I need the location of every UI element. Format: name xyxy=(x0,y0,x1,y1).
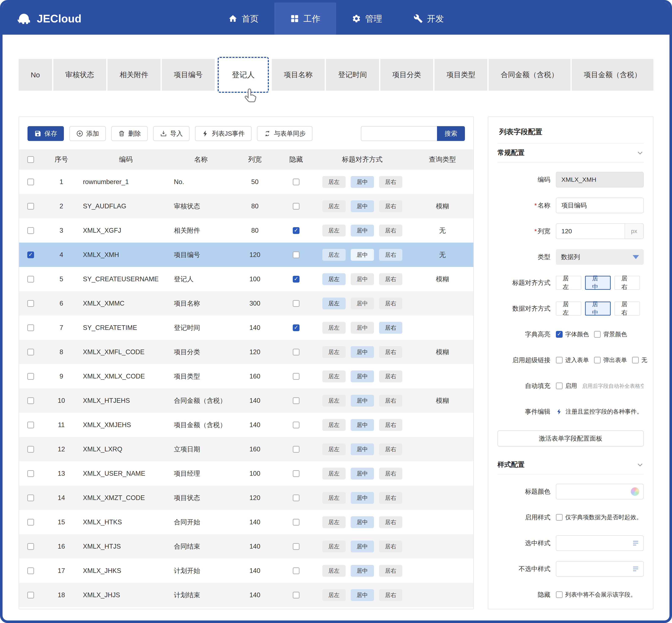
hidden-checkbox[interactable] xyxy=(293,470,300,477)
align-left-chip[interactable]: 居左 xyxy=(323,322,346,334)
hidden-checkbox[interactable] xyxy=(293,251,300,258)
row-select-checkbox[interactable] xyxy=(27,227,34,234)
hide-checkbox[interactable]: 列表中将不会展示该字段。 xyxy=(556,591,636,599)
hidden-checkbox[interactable] xyxy=(293,349,300,355)
hidden-checkbox[interactable] xyxy=(293,324,300,331)
row-select-checkbox[interactable] xyxy=(27,203,34,210)
hidden-checkbox[interactable] xyxy=(293,543,300,550)
row-select-checkbox[interactable] xyxy=(27,495,34,501)
align-left-chip[interactable]: 居左 xyxy=(323,541,346,553)
list-js-event-button[interactable]: 列表JS事件 xyxy=(195,126,252,141)
bg-color-checkbox[interactable]: 背景颜色 xyxy=(594,330,627,338)
section-style[interactable]: 样式配置 xyxy=(498,455,644,474)
table-row[interactable]: 15XMLX_HTKS合同开始140居左居中居右 xyxy=(19,510,473,534)
nav-item-work[interactable]: 工作 xyxy=(274,3,336,35)
align-right-chip[interactable]: 居右 xyxy=(379,298,402,309)
lightning-icon[interactable] xyxy=(556,408,563,415)
row-select-checkbox[interactable] xyxy=(27,422,34,428)
align-right-chip[interactable]: 居右 xyxy=(379,541,402,553)
row-select-checkbox[interactable] xyxy=(27,543,34,550)
enable-style-checkbox[interactable]: 仅字典项数据为是否时起效。 xyxy=(556,513,642,521)
align-center-chip[interactable]: 居中 xyxy=(351,249,374,261)
row-select-checkbox[interactable] xyxy=(27,446,34,453)
sync-form-button[interactable]: 与表单同步 xyxy=(257,126,312,141)
align-left-chip[interactable]: 居左 xyxy=(323,225,346,236)
field-chip[interactable]: 项目金额（含税） xyxy=(572,59,653,91)
hidden-checkbox[interactable] xyxy=(293,300,300,307)
align-right-chip[interactable]: 居右 xyxy=(379,322,402,334)
align-center-chip[interactable]: 居中 xyxy=(351,516,374,528)
hyperlink-popup-form-checkbox[interactable]: 弹出表单 xyxy=(594,356,627,364)
row-select-checkbox[interactable] xyxy=(27,397,34,404)
data-align-center-button[interactable]: 居中 xyxy=(585,302,611,316)
nav-item-dev[interactable]: 开发 xyxy=(398,3,459,35)
font-color-checkbox[interactable]: 字体颜色 xyxy=(556,330,589,338)
brand[interactable]: JECloud xyxy=(16,3,81,35)
align-center-chip[interactable]: 居中 xyxy=(351,589,374,601)
align-right-chip[interactable]: 居右 xyxy=(379,419,402,431)
align-left-chip[interactable]: 居左 xyxy=(323,516,346,528)
table-row[interactable]: 14XMLX_XMZT_CODE项目状态120居左居中居右 xyxy=(19,486,473,510)
align-right-chip[interactable]: 居右 xyxy=(379,589,402,601)
import-button[interactable]: 导入 xyxy=(153,126,190,141)
align-right-chip[interactable]: 居右 xyxy=(379,273,402,285)
align-center-chip[interactable]: 居中 xyxy=(351,200,374,212)
align-right-chip[interactable]: 居右 xyxy=(379,200,402,212)
align-left-chip[interactable]: 居左 xyxy=(323,443,346,455)
row-select-checkbox[interactable] xyxy=(27,519,34,526)
unselected-style-input[interactable] xyxy=(556,561,644,577)
title-align-left-button[interactable]: 居左 xyxy=(556,276,581,290)
align-left-chip[interactable]: 居左 xyxy=(323,468,346,479)
hidden-checkbox[interactable] xyxy=(293,519,300,526)
hidden-checkbox[interactable] xyxy=(293,592,300,598)
align-center-chip[interactable]: 居中 xyxy=(351,565,374,577)
field-chip[interactable]: 项目分类 xyxy=(380,59,433,91)
field-chip[interactable]: 合同金额（含税） xyxy=(488,59,570,91)
hidden-checkbox[interactable] xyxy=(293,227,300,234)
align-right-chip[interactable]: 居右 xyxy=(379,516,402,528)
activate-form-field-config-button[interactable]: 激活表单字段配置面板 xyxy=(498,431,644,447)
hyperlink-enter-form-checkbox[interactable]: 进入表单 xyxy=(556,356,589,364)
align-center-chip[interactable]: 居中 xyxy=(351,176,374,188)
autofill-enable-checkbox[interactable]: 启用 xyxy=(556,382,577,390)
hidden-checkbox[interactable] xyxy=(293,495,300,501)
title-align-right-button[interactable]: 居右 xyxy=(614,276,640,290)
select-all-checkbox[interactable] xyxy=(27,156,34,163)
align-left-chip[interactable]: 居左 xyxy=(323,200,346,212)
align-center-chip[interactable]: 居中 xyxy=(351,322,374,334)
hidden-checkbox[interactable] xyxy=(293,276,300,283)
table-row[interactable]: 4XMLX_XMH项目编号120居左居中居右无 xyxy=(19,243,473,267)
align-right-chip[interactable]: 居右 xyxy=(379,443,402,455)
add-button[interactable]: 添加 xyxy=(69,126,106,141)
align-left-chip[interactable]: 居左 xyxy=(323,249,346,261)
align-right-chip[interactable]: 居右 xyxy=(379,346,402,358)
field-chip[interactable]: 项目编号 xyxy=(162,59,215,91)
table-row[interactable]: 17XMLX_JHKS计划开始140居左居中居右 xyxy=(19,559,473,583)
nav-item-home[interactable]: 首页 xyxy=(213,3,274,35)
align-center-chip[interactable]: 居中 xyxy=(351,346,374,358)
table-row[interactable]: 6XMLX_XMMC项目名称300居左居中居右 xyxy=(19,291,473,316)
align-right-chip[interactable]: 居右 xyxy=(379,492,402,504)
row-select-checkbox[interactable] xyxy=(27,567,34,574)
align-right-chip[interactable]: 居右 xyxy=(379,370,402,382)
save-button[interactable]: 保存 xyxy=(28,126,64,141)
align-right-chip[interactable]: 居右 xyxy=(379,565,402,577)
align-center-chip[interactable]: 居中 xyxy=(351,419,374,431)
align-left-chip[interactable]: 居左 xyxy=(323,176,346,188)
align-left-chip[interactable]: 居左 xyxy=(323,273,346,285)
hidden-checkbox[interactable] xyxy=(293,567,300,574)
style-editor-icon[interactable] xyxy=(632,539,639,547)
align-right-chip[interactable]: 居右 xyxy=(379,225,402,236)
hidden-checkbox[interactable] xyxy=(293,446,300,453)
align-left-chip[interactable]: 居左 xyxy=(323,370,346,382)
row-select-checkbox[interactable] xyxy=(27,592,34,598)
search-input[interactable] xyxy=(361,126,437,141)
table-row[interactable]: 5SY_CREATEUSERNAME登记人100居左居中居右模糊 xyxy=(19,267,473,291)
row-select-checkbox[interactable] xyxy=(27,373,34,380)
table-row[interactable]: 11XMLX_XMJEHS项目金额（含税）140居左居中居右 xyxy=(19,413,473,437)
align-center-chip[interactable]: 居中 xyxy=(351,370,374,382)
align-left-chip[interactable]: 居左 xyxy=(323,565,346,577)
row-select-checkbox[interactable] xyxy=(27,349,34,355)
style-editor-icon[interactable] xyxy=(632,565,639,573)
align-left-chip[interactable]: 居左 xyxy=(323,589,346,601)
